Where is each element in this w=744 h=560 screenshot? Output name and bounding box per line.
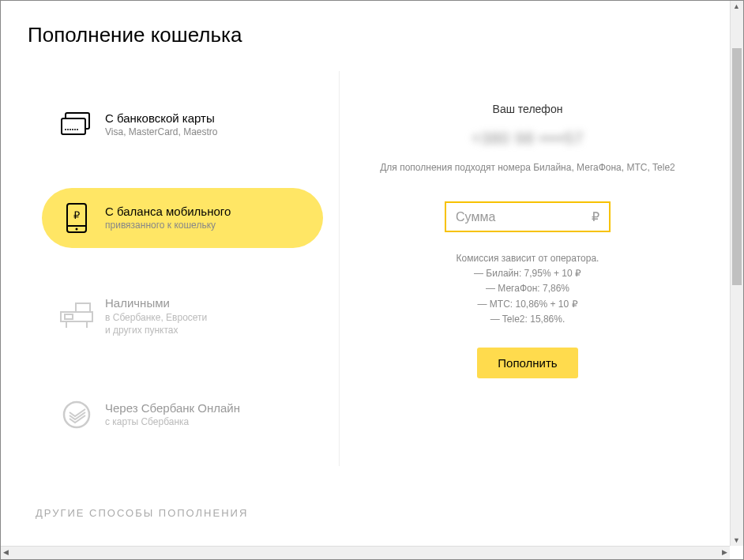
method-subtitle: Visa, MasterCard, Maestro bbox=[105, 126, 218, 139]
svg-point-5 bbox=[72, 129, 73, 130]
phone-label: Ваш телефон bbox=[363, 103, 692, 115]
page-title: Пополнение кошелька bbox=[15, 1, 716, 71]
commission-line: — МТС: 10,86% + 10 ₽ bbox=[363, 297, 692, 312]
svg-point-11 bbox=[76, 228, 78, 231]
svg-rect-1 bbox=[62, 118, 85, 134]
phone-note: Для пополнения подходят номера Билайна, … bbox=[363, 160, 692, 175]
svg-point-3 bbox=[67, 129, 69, 130]
topup-button[interactable]: Пополнить bbox=[477, 348, 577, 378]
phone-number-masked: +380 98 ••••57 bbox=[363, 130, 692, 148]
svg-point-6 bbox=[74, 129, 76, 130]
main-layout: С банковской карты Visa, MasterCard, Mae… bbox=[15, 71, 716, 466]
method-bank-card[interactable]: С банковской карты Visa, MasterCard, Mae… bbox=[42, 95, 323, 155]
svg-point-2 bbox=[65, 129, 66, 130]
method-subtitle: с карты Сбербанка bbox=[105, 415, 240, 429]
amount-input-wrap[interactable]: ₽ bbox=[445, 201, 611, 232]
commission-line: — Билайн: 7,95% + 10 ₽ bbox=[363, 266, 692, 281]
method-sberbank-online[interactable]: Через Сбербанк Онлайн с карты Сбербанка bbox=[42, 385, 323, 445]
method-subtitle: привязанного к кошельку bbox=[105, 219, 231, 232]
vertical-scrollbar[interactable] bbox=[730, 1, 743, 546]
commission-title: Комиссия зависит от оператора. bbox=[363, 251, 692, 266]
commission-line: — Tele2: 15,86%. bbox=[363, 312, 692, 327]
method-title: С банковской карты bbox=[105, 111, 218, 126]
cash-terminal-icon bbox=[59, 301, 94, 333]
svg-rect-13 bbox=[65, 314, 73, 319]
svg-text:₽: ₽ bbox=[73, 209, 80, 221]
methods-list: С банковской карты Visa, MasterCard, Mae… bbox=[15, 71, 339, 466]
svg-rect-16 bbox=[76, 303, 90, 312]
sberbank-icon bbox=[59, 399, 94, 430]
card-icon bbox=[59, 109, 94, 141]
method-mobile-balance[interactable]: ₽ С баланса мобильного привязанного к ко… bbox=[42, 188, 323, 248]
method-subtitle: в Сбербанке, Евросети и других пунктах bbox=[105, 311, 207, 338]
amount-input[interactable] bbox=[456, 210, 592, 224]
other-ways-heading: ДРУГИЕ СПОСОБЫ ПОПОЛНЕНИЯ bbox=[15, 466, 716, 519]
commission-line: — МегаФон: 7,86% bbox=[363, 281, 692, 296]
method-title: Наличными bbox=[105, 295, 207, 311]
phone-icon: ₽ bbox=[59, 202, 94, 234]
topup-form: Ваш телефон +380 98 ••••57 Для пополнени… bbox=[339, 71, 716, 466]
horizontal-scrollbar[interactable] bbox=[1, 546, 730, 559]
svg-point-7 bbox=[77, 129, 78, 130]
method-title: Через Сбербанк Онлайн bbox=[105, 400, 240, 416]
ruble-icon: ₽ bbox=[592, 209, 599, 224]
method-cash[interactable]: Наличными в Сбербанке, Евросети и других… bbox=[42, 281, 323, 351]
commission-info: Комиссия зависит от оператора. — Билайн:… bbox=[363, 251, 692, 327]
svg-point-4 bbox=[70, 129, 71, 130]
method-title: С баланса мобильного bbox=[105, 204, 231, 220]
